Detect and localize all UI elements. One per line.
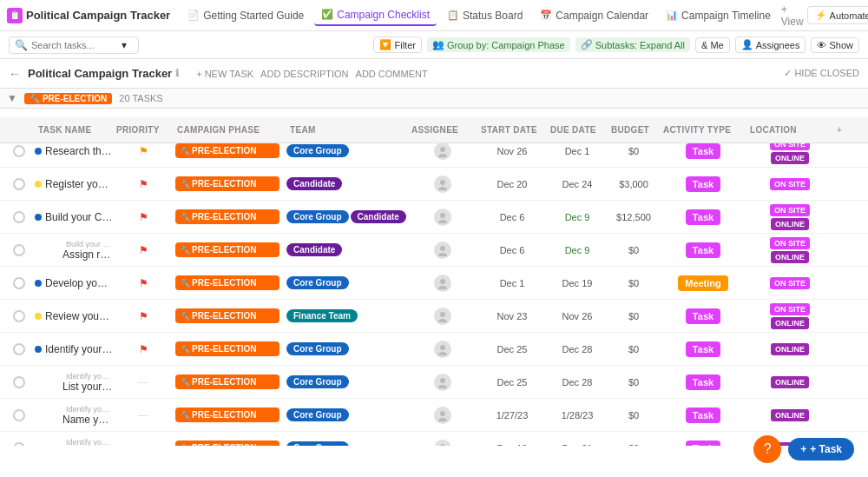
check-circle[interactable] bbox=[13, 376, 25, 388]
phase-cell: 🔧 PRE-ELECTION bbox=[174, 143, 286, 158]
priority-flag: ⚑ bbox=[139, 277, 148, 289]
hide-closed-btn[interactable]: ✓ HIDE CLOSED bbox=[784, 68, 859, 79]
budget-cell: $0 bbox=[608, 377, 660, 388]
assignee-icon-svg bbox=[437, 145, 449, 157]
phase-cell: 🔧 PRE-ELECTION bbox=[174, 242, 286, 257]
tab-label-getting-started: Getting Started Guide bbox=[203, 10, 304, 22]
team-badge: Core Group bbox=[286, 276, 349, 289]
budget-cell: $0 bbox=[608, 344, 660, 354]
subtasks-expand-btn[interactable]: 🔗 Subtasks: Expand All bbox=[575, 37, 690, 52]
task-checkbox[interactable] bbox=[3, 277, 35, 289]
phase-label: PRE-ELECTION bbox=[192, 179, 256, 189]
tab-icon-checklist: ✅ bbox=[321, 9, 333, 20]
assignee-icon-svg bbox=[437, 211, 449, 223]
priority-cell: ⚑ bbox=[113, 310, 174, 322]
task-name-text: Research the Office bbox=[45, 145, 113, 157]
back-btn[interactable]: ← bbox=[9, 67, 21, 81]
tab-campaign-checklist[interactable]: ✅ Campaign Checklist bbox=[314, 5, 437, 26]
budget-cell: $0 bbox=[608, 443, 660, 447]
location-cell: ONLINE bbox=[746, 343, 833, 355]
svg-point-5 bbox=[438, 220, 447, 223]
check-circle[interactable] bbox=[13, 277, 25, 289]
check-circle[interactable] bbox=[13, 244, 25, 256]
add-description-btn[interactable]: ADD DESCRIPTION bbox=[260, 69, 348, 79]
start-date-cell: Dec 25 bbox=[477, 344, 547, 354]
task-checkbox[interactable] bbox=[3, 376, 35, 388]
back-icon: ← bbox=[9, 67, 21, 81]
fab-help-icon: ? bbox=[764, 441, 772, 446]
new-task-btn[interactable]: + NEW TASK bbox=[196, 69, 253, 79]
automate-btn[interactable]: ⚡ Automate ▾ bbox=[807, 6, 868, 24]
add-comment-btn[interactable]: ADD COMMENT bbox=[356, 69, 428, 79]
tab-status-board[interactable]: 📋 Status Board bbox=[440, 6, 529, 25]
assignee-cell bbox=[408, 275, 477, 292]
location-cell: ONLINE bbox=[746, 376, 833, 388]
task-name-cell: Develop your Timeline bbox=[35, 277, 113, 289]
due-date-cell: Dec 28 bbox=[547, 344, 608, 354]
assignee-avatar bbox=[434, 209, 451, 226]
fab-help-btn[interactable]: ? bbox=[753, 435, 781, 446]
assignee-avatar bbox=[434, 275, 451, 292]
check-circle[interactable] bbox=[13, 310, 25, 322]
filter-btn[interactable]: 🔽 Filter bbox=[373, 36, 421, 53]
table-row: Build your Core Group ⚑ 🔧 PRE-ELECTION C… bbox=[0, 201, 868, 234]
search-input[interactable] bbox=[31, 40, 118, 50]
activity-cell: Task bbox=[660, 209, 746, 225]
check-circle[interactable] bbox=[13, 343, 25, 355]
group-by-btn[interactable]: 👥 Group by: Campaign Phase bbox=[427, 37, 570, 52]
search-box[interactable]: 🔍 ▾ bbox=[9, 36, 139, 54]
assignees-btn[interactable]: 👤 Assignees bbox=[735, 36, 806, 53]
task-checkbox[interactable] bbox=[3, 310, 35, 322]
task-checkbox[interactable] bbox=[3, 409, 35, 421]
check-circle[interactable] bbox=[13, 442, 25, 447]
fab-add-btn[interactable]: + + Task bbox=[788, 438, 854, 446]
check-circle[interactable] bbox=[13, 409, 25, 421]
task-checkbox[interactable] bbox=[3, 145, 35, 157]
tab-timeline[interactable]: 📊 Campaign Timeline bbox=[659, 6, 778, 25]
task-checkbox[interactable] bbox=[3, 343, 35, 355]
team-badge: Core Group bbox=[286, 408, 349, 421]
assignee-cell bbox=[408, 308, 477, 325]
phase-badge: 🔧 PRE-ELECTION bbox=[175, 242, 279, 257]
location-badge: ON SITE bbox=[770, 178, 810, 190]
assignees-label: Assignees bbox=[756, 40, 800, 50]
add-view-btn[interactable]: + View bbox=[781, 3, 804, 28]
show-btn[interactable]: 👁 Show bbox=[811, 37, 859, 53]
check-circle[interactable] bbox=[13, 211, 25, 223]
phase-cell: 🔧 PRE-ELECTION bbox=[174, 407, 286, 422]
task-checkbox[interactable] bbox=[3, 244, 35, 256]
svg-point-11 bbox=[438, 319, 447, 322]
team-badge: Core Group bbox=[286, 441, 349, 446]
tab-getting-started[interactable]: 📄 Getting Started Guide bbox=[181, 6, 311, 25]
check-circle[interactable] bbox=[13, 178, 25, 190]
check-circle[interactable] bbox=[13, 145, 25, 157]
tab-calendar[interactable]: 📅 Campaign Calendar bbox=[533, 6, 655, 25]
task-checkbox[interactable] bbox=[3, 178, 35, 190]
priority-cell: — bbox=[113, 376, 174, 388]
task-name-text: Assign roles to your campaign team bbox=[62, 248, 113, 261]
tab-icon-timeline: 📊 bbox=[666, 10, 678, 21]
task-name-cell: Build your Core Group bbox=[35, 211, 113, 223]
due-date-cell: Dec 19 bbox=[547, 278, 608, 288]
task-checkbox[interactable] bbox=[3, 442, 35, 447]
table-row: Develop your Timeline ⚑ 🔧 PRE-ELECTION C… bbox=[0, 267, 868, 300]
team-cell: Core Group bbox=[286, 144, 408, 157]
task-name-wrapper: Build your Core Group Assign roles to yo… bbox=[62, 240, 113, 261]
col-team: TEAM bbox=[286, 125, 408, 135]
budget-cell: $0 bbox=[608, 146, 660, 156]
show-icon: 👁 bbox=[817, 40, 826, 50]
team-cell: Candidate bbox=[286, 243, 408, 256]
phase-badge: 🔧 PRE-ELECTION bbox=[175, 341, 279, 356]
task-name-wrapper: Register your Candidacy bbox=[45, 178, 113, 190]
assignee-avatar bbox=[434, 176, 451, 193]
phase-label: PRE-ELECTION bbox=[192, 344, 256, 354]
table-row: Identify your Key Supporters List your S… bbox=[0, 366, 868, 399]
col-add[interactable]: + bbox=[833, 125, 865, 135]
group-toggle[interactable]: ▼ bbox=[7, 92, 17, 104]
activity-badge: Task bbox=[686, 242, 720, 258]
me-btn[interactable]: & Me bbox=[695, 37, 730, 53]
phase-icon: 🔧 bbox=[181, 180, 190, 189]
breadcrumb-title: Political Campaign Tracker ℹ bbox=[28, 67, 179, 80]
task-checkbox[interactable] bbox=[3, 211, 35, 223]
team-badge: Core Group bbox=[286, 375, 349, 388]
